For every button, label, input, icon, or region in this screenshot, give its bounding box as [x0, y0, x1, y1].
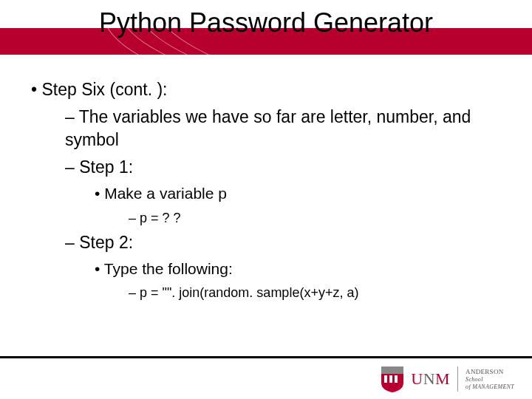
- bullet-text: The variables we have so far are letter,…: [65, 107, 471, 149]
- logo-u: U: [411, 369, 423, 388]
- bullet-level3: Type the following:: [95, 259, 505, 279]
- logo-n: N: [423, 369, 435, 388]
- bullet-level4: p = "". join(random. sample(x+y+z, a): [129, 284, 505, 301]
- bullet-level2: Step 2:: [65, 231, 505, 254]
- bullet-text: Step Six (cont. ):: [41, 80, 167, 99]
- logo-sub2-text: School: [466, 376, 483, 383]
- bullet-level2: The variables we have so far are letter,…: [65, 106, 505, 151]
- header-band: Python Password Generator: [0, 0, 532, 58]
- logo-subtext: ANDERSON School of MANAGEMENT: [466, 368, 514, 390]
- shield-icon: [380, 365, 405, 393]
- unm-logo: UNM ANDERSON School of MANAGEMENT: [380, 365, 514, 393]
- bullet-text: Make a variable p: [104, 185, 227, 202]
- slide-title: Python Password Generator: [0, 7, 532, 38]
- logo-divider: [457, 366, 458, 392]
- slide-content: Step Six (cont. ): The variables we have…: [0, 58, 532, 302]
- logo-main: UNM: [411, 371, 450, 387]
- svg-rect-2: [395, 375, 398, 383]
- svg-rect-1: [389, 375, 392, 383]
- bullet-level2: Step 1:: [65, 156, 505, 179]
- bullet-text: Step 1:: [79, 157, 133, 177]
- bullet-level3: Make a variable p: [95, 183, 505, 204]
- bullet-text: Type the following:: [104, 260, 233, 277]
- logo-sub2: School: [466, 376, 514, 383]
- logo-m: M: [435, 369, 450, 388]
- footer: UNM ANDERSON School of MANAGEMENT: [0, 356, 532, 399]
- bullet-level4: p = ? ?: [129, 209, 505, 227]
- logo-sub3: of MANAGEMENT: [466, 383, 514, 390]
- logo-sub3-text: of MANAGEMENT: [466, 383, 514, 390]
- bullet-text: Step 2:: [79, 233, 133, 252]
- bullet-text: p = "". join(random. sample(x+y+z, a): [140, 285, 358, 300]
- bullet-text: p = ? ?: [140, 211, 181, 225]
- svg-rect-0: [384, 375, 387, 383]
- logo-sub1: ANDERSON: [466, 369, 514, 375]
- bullet-level1: Step Six (cont. ):: [31, 78, 505, 101]
- logo-text: UNM: [411, 371, 450, 387]
